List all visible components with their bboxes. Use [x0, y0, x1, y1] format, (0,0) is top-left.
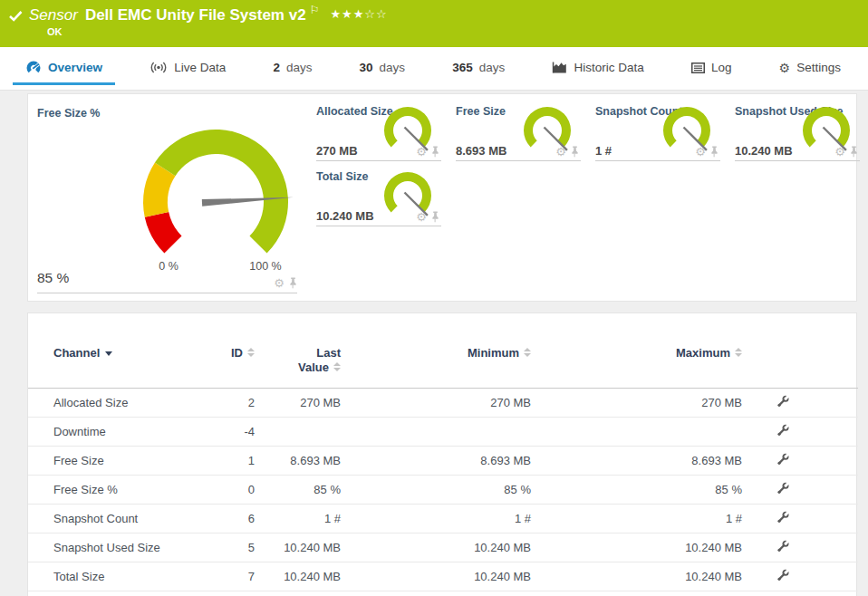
sort-icon	[735, 348, 742, 357]
channel-maximum: 270 MB	[531, 389, 742, 418]
channel-table: Channel ID LastValue Minimum Maximum All…	[28, 313, 858, 591]
small-gauge-value: 10.240 MB	[735, 144, 793, 158]
table-row: Downtime -4	[28, 418, 858, 447]
channel-last-value: 1 #	[255, 505, 341, 534]
gauge-gear-icon[interactable]: ⚙	[555, 145, 566, 159]
sort-icon	[247, 348, 255, 357]
channel-maximum: 8.693 MB	[531, 447, 742, 476]
col-header-minimum[interactable]: Minimum	[341, 313, 531, 389]
tab-30-days[interactable]: 30 days	[360, 47, 406, 90]
gauge-min-label: 0 %	[141, 260, 196, 273]
spacer	[824, 418, 858, 447]
flag-icon[interactable]: ⚐	[310, 4, 320, 16]
channel-last-value: 85 %	[255, 476, 341, 505]
channel-settings-wrench-icon[interactable]	[776, 511, 789, 524]
channel-last-value: 10.240 MB	[255, 534, 341, 562]
spacer	[824, 562, 858, 591]
channel-name[interactable]: Snapshot Count	[28, 505, 209, 534]
pin-icon[interactable]	[288, 277, 297, 289]
table-row: Free Size % 0 85 % 85 % 85 %	[28, 476, 858, 505]
channel-name[interactable]: Snapshot Used Size	[28, 534, 209, 562]
channel-maximum: 1 #	[531, 505, 742, 534]
channel-name[interactable]: Free Size	[28, 447, 209, 476]
small-gauge-value: 1 #	[595, 144, 612, 158]
channel-id: 2	[209, 389, 255, 418]
settings-gear-icon: ⚙	[779, 61, 791, 75]
small-gauge-value: 270 MB	[316, 144, 358, 158]
gauge-gear-icon[interactable]: ⚙	[695, 145, 706, 159]
sensor-title: Dell EMC Unity File System v2	[85, 6, 306, 24]
channel-last-value	[255, 418, 341, 447]
channel-minimum: 1 #	[341, 505, 531, 534]
tab-2-days[interactable]: 2 days	[273, 47, 312, 90]
gauge-max-label: 100 %	[238, 260, 293, 273]
col-header-last-value[interactable]: LastValue	[255, 313, 341, 389]
channel-id: 5	[209, 534, 255, 562]
small-gauge-title[interactable]: Free Size	[456, 105, 506, 118]
sensor-kind-label: Sensor	[29, 6, 78, 24]
tab-live-data[interactable]: Live Data	[149, 47, 226, 90]
tab-log[interactable]: Log	[691, 47, 732, 90]
channel-id: 1	[209, 447, 255, 476]
channel-maximum	[531, 418, 742, 447]
gauge-gear-icon[interactable]: ⚙	[416, 210, 427, 224]
sensor-header: Sensor Dell EMC Unity File System v2 ⚐ ★…	[0, 0, 868, 47]
sort-icon	[333, 362, 341, 371]
main-gauge-widget: Free Size % 0 % 100 % 85 % ⚙	[28, 94, 306, 303]
table-row: Total Size 7 10.240 MB 10.240 MB 10.240 …	[28, 562, 858, 591]
small-gauge-snapshot-count: Snapshot Count 1 # ⚙	[595, 103, 720, 161]
spacer	[824, 447, 858, 476]
tab-settings[interactable]: ⚙ Settings	[779, 47, 841, 90]
channel-id: -4	[209, 418, 255, 447]
prtg-sensor-page: Sensor Dell EMC Unity File System v2 ⚐ ★…	[0, 0, 868, 596]
tab-historic-data[interactable]: Historic Data	[552, 47, 643, 90]
sort-desc-icon	[105, 351, 112, 356]
gauge-gear-icon[interactable]: ⚙	[834, 145, 845, 159]
main-gauge-value: 85 %	[37, 270, 69, 286]
channel-name[interactable]: Total Size	[28, 562, 209, 591]
channel-settings-wrench-icon[interactable]	[776, 540, 789, 553]
pin-icon[interactable]	[430, 146, 439, 158]
channel-settings-wrench-icon[interactable]	[776, 453, 789, 466]
col-header-maximum[interactable]: Maximum	[531, 313, 742, 389]
channel-name[interactable]: Free Size %	[28, 476, 209, 505]
small-gauge-snapshot-used-size: Snapshot Used Size 10.240 MB ⚙	[735, 103, 860, 161]
channel-minimum: 10.240 MB	[341, 534, 531, 562]
pin-icon[interactable]	[570, 146, 579, 158]
channel-settings-wrench-icon[interactable]	[776, 482, 789, 495]
gauge-icon	[25, 60, 42, 75]
priority-stars[interactable]: ★★★☆☆	[330, 7, 387, 21]
spacer	[824, 534, 858, 562]
channel-name[interactable]: Allocated Size	[28, 389, 209, 418]
small-gauge-title[interactable]: Total Size	[316, 170, 368, 183]
col-header-settings	[742, 313, 824, 389]
col-header-id[interactable]: ID	[209, 313, 255, 389]
pin-icon[interactable]	[849, 146, 858, 158]
channel-id: 7	[209, 562, 255, 591]
channel-settings-wrench-icon[interactable]	[776, 395, 789, 408]
small-gauge-value: 8.693 MB	[456, 144, 506, 158]
tab-365-days[interactable]: 365 days	[452, 47, 505, 90]
tab-overview[interactable]: Overview	[25, 47, 102, 90]
gauge-gear-icon[interactable]: ⚙	[274, 276, 285, 290]
spacer	[824, 505, 858, 534]
channel-name[interactable]: Downtime	[28, 418, 209, 447]
ok-check-icon	[9, 11, 23, 22]
historic-chart-icon	[552, 62, 567, 73]
channel-settings-wrench-icon[interactable]	[776, 569, 789, 582]
spacer	[824, 476, 858, 505]
pin-icon[interactable]	[430, 211, 439, 223]
channel-maximum: 10.240 MB	[531, 562, 742, 591]
channel-minimum	[341, 418, 531, 447]
divider	[37, 293, 297, 293]
channel-settings-wrench-icon[interactable]	[776, 424, 789, 437]
channel-minimum: 10.240 MB	[341, 562, 531, 591]
channel-id: 6	[209, 505, 255, 534]
pin-icon[interactable]	[709, 146, 719, 158]
small-gauge-total-size: Total Size 10.240 MB ⚙	[316, 168, 441, 226]
channel-maximum: 85 %	[531, 476, 742, 505]
col-header-channel[interactable]: Channel	[28, 313, 209, 389]
gauge-gear-icon[interactable]: ⚙	[416, 145, 427, 159]
tab-bar: Overview Live Data 2 days 30 days 365 da…	[0, 47, 868, 91]
main-gauge-title[interactable]: Free Size %	[37, 107, 100, 120]
